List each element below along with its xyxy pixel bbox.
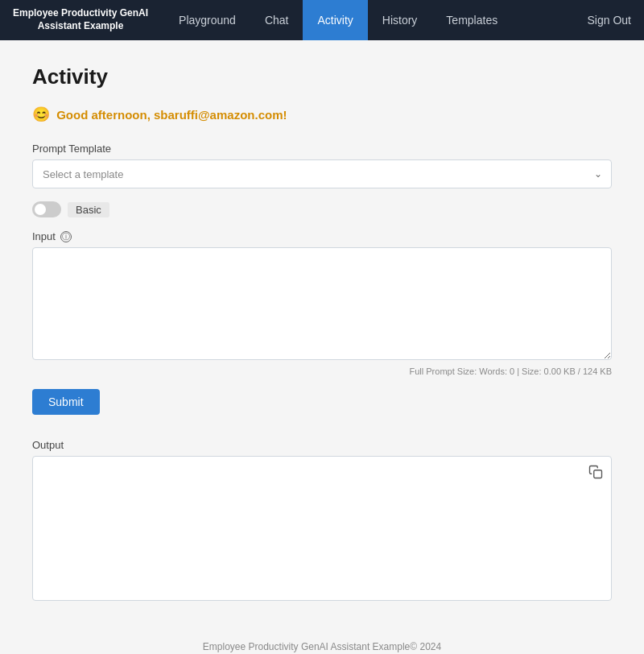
navbar: Employee Productivity GenAI Assistant Ex…	[0, 0, 644, 40]
basic-toggle[interactable]	[32, 201, 61, 217]
sign-out-button[interactable]: Sign Out	[588, 14, 631, 27]
svg-rect-0	[594, 470, 602, 478]
input-label: Input ⓘ	[32, 230, 612, 242]
footer: Employee Productivity GenAI Assistant Ex…	[0, 617, 644, 654]
input-textarea[interactable]	[32, 247, 612, 360]
nav-item-templates[interactable]: Templates	[431, 0, 512, 40]
output-section: Output	[32, 439, 612, 601]
output-label: Output	[32, 439, 612, 451]
nav-item-playground[interactable]: Playground	[164, 0, 250, 40]
template-select-placeholder: Select a template	[43, 168, 123, 180]
copy-icon[interactable]	[588, 465, 603, 482]
toggle-label: Basic	[68, 202, 109, 217]
template-select-wrapper: Select a template ⌄	[32, 159, 612, 188]
output-box	[32, 456, 612, 601]
prompt-size-info: Full Prompt Size: Words: 0 | Size: 0.00 …	[32, 366, 612, 376]
nav-item-activity[interactable]: Activity	[303, 0, 367, 40]
toggle-row: Basic	[32, 201, 612, 217]
input-group: Input ⓘ Full Prompt Size: Words: 0 | Siz…	[32, 230, 612, 376]
nav-item-chat[interactable]: Chat	[250, 0, 303, 40]
template-select[interactable]: Select a template ⌄	[32, 159, 612, 188]
nav-item-history[interactable]: History	[368, 0, 432, 40]
navbar-right: Sign Out	[588, 13, 631, 27]
page-title: Activity	[32, 64, 612, 89]
greeting-emoji: 😊	[32, 106, 50, 122]
prompt-template-label: Prompt Template	[32, 143, 612, 155]
nav-menu: Playground Chat Activity History Templat…	[164, 0, 587, 40]
chevron-down-icon: ⌄	[594, 168, 602, 180]
brand-logo: Employee Productivity GenAI Assistant Ex…	[13, 7, 148, 32]
main-content: Activity 😊 Good afternoon, sbaruffi@amaz…	[16, 40, 628, 617]
greeting-message: 😊 Good afternoon, sbaruffi@amazon.com!	[32, 106, 612, 123]
input-info-icon[interactable]: ⓘ	[60, 231, 72, 242]
submit-button[interactable]: Submit	[32, 389, 100, 415]
greeting-text: Good afternoon, sbaruffi@amazon.com!	[56, 108, 287, 122]
footer-text: Employee Productivity GenAI Assistant Ex…	[203, 641, 441, 652]
prompt-template-group: Prompt Template Select a template ⌄	[32, 143, 612, 188]
